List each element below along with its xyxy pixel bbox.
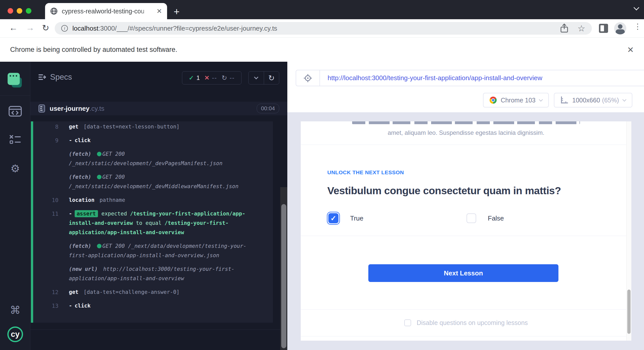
quiz-option-true[interactable]: ✓True — [327, 213, 467, 223]
command-row[interactable]: 10locationpathname — [69, 195, 265, 205]
sidebar-settings-gear-icon[interactable]: ⚙ — [0, 162, 30, 175]
command-line-number: 10 — [33, 195, 58, 205]
aut-url-bar[interactable]: http://localhost:3000/testing-your-first… — [296, 70, 644, 86]
command-line-number: 8 — [33, 122, 58, 132]
window-minimize-button[interactable] — [17, 8, 22, 14]
quiz-option-false[interactable]: False — [467, 213, 606, 223]
tab-favicon-globe-icon — [50, 7, 58, 15]
share-icon[interactable] — [560, 24, 569, 33]
bookmark-star-icon[interactable]: ☆ — [578, 23, 585, 33]
lesson-paragraph-section: amet, aliquam leo. Suspendisse egestas l… — [301, 121, 631, 145]
forward-button[interactable]: → — [26, 23, 34, 33]
sidebar-specs-icon[interactable] — [0, 106, 30, 117]
passed-count: 1 — [196, 74, 200, 81]
cypress-app: ⚙ ⌘ cy Specs ✓ 1 ✕ -- ↻ -- ↻ user-journ — [0, 62, 644, 350]
command-row[interactable]: (new url)http://localhost:3000/testing-y… — [69, 265, 265, 283]
reporter-scrollbar[interactable] — [280, 187, 287, 350]
collapse-chevron-icon[interactable] — [249, 72, 264, 84]
cypress-cy-logo[interactable]: cy — [7, 326, 23, 342]
command-rows[interactable]: 8get[data-test=next-lesson-button]9-clic… — [31, 121, 273, 323]
command-line-number: 9 — [33, 136, 58, 145]
failed-x-icon: ✕ — [204, 74, 209, 81]
aut-url-text[interactable]: http://localhost:3000/testing-your-first… — [328, 74, 542, 82]
command-text-mint: expected — [102, 211, 127, 217]
window-close-button[interactable] — [8, 8, 13, 14]
viewport-chevron-icon — [622, 97, 627, 101]
specs-list-icon[interactable] — [38, 74, 46, 80]
tab-strip: cypress-realworld-testing-cou ✕ + — [0, 0, 644, 19]
address-bar[interactable]: i localhost:3000/___/#/specs/runner?file… — [55, 22, 592, 35]
quiz-eyebrow: UNLOCK THE NEXT LESSON — [327, 169, 404, 176]
profile-avatar[interactable] — [614, 22, 626, 34]
action-section: Next Lesson — [301, 236, 631, 310]
option-label: False — [488, 214, 504, 222]
quiz-options: ✓TrueFalse — [327, 211, 606, 225]
option-checkbox-checked[interactable]: ✓ — [328, 213, 338, 223]
command-text-cmd: get — [69, 124, 78, 130]
command-row[interactable]: (fetch)GET 200 /_next/static/development… — [69, 172, 265, 191]
infobar-text: Chrome is being controlled by automated … — [10, 46, 177, 54]
footer-section: Disable questions on upcoming lessons — [301, 310, 631, 336]
disable-questions-label[interactable]: Disable questions on upcoming lessons — [417, 319, 528, 326]
address-url: localhost:3000/___/#/specs/runner?file=c… — [72, 25, 277, 32]
command-row[interactable]: 11-assertexpected/testing-your-first-app… — [69, 209, 265, 237]
infobar-close-icon[interactable]: ✕ — [627, 45, 634, 55]
sidebar-runs-icon[interactable] — [0, 135, 30, 144]
command-row[interactable]: (fetch)GET 200 /_next/static/development… — [69, 149, 265, 168]
sidebar-keyboard-shortcuts-icon[interactable]: ⌘ — [0, 304, 30, 316]
viewport-info[interactable]: 1000x660 (65%) — [554, 93, 632, 107]
pending-count: -- — [230, 74, 235, 81]
rerun-tests-icon[interactable]: ↻ — [264, 72, 279, 84]
option-checkbox-unchecked[interactable] — [467, 213, 476, 223]
aut-controls: Chrome 103 1000x660 (65%) — [483, 93, 632, 107]
disable-questions-checkbox[interactable] — [404, 319, 411, 326]
aut-page-scrollbar-thumb[interactable] — [627, 290, 631, 334]
viewport-size: 1000x660 — [572, 97, 600, 104]
cypress-sidebar: ⚙ ⌘ cy — [0, 62, 30, 350]
sidebar-divider — [0, 95, 30, 96]
automation-infobar: Chrome is being controlled by automated … — [0, 37, 644, 62]
command-text-arg: [data-test=next-lesson-button] — [84, 124, 179, 130]
panel-divider — [30, 330, 287, 330]
selector-playground-icon[interactable] — [296, 70, 320, 86]
command-row[interactable]: 12get[data-test=challenge-answer-0] — [69, 288, 265, 297]
command-row[interactable]: 13-click — [69, 301, 265, 311]
browser-tab[interactable]: cypress-realworld-testing-cou ✕ — [45, 3, 167, 19]
aut-panel: http://localhost:3000/testing-your-first… — [287, 62, 644, 350]
tab-search-chevron-icon[interactable] — [634, 5, 639, 11]
aut-page-scrollbar[interactable] — [626, 121, 631, 341]
cypress-app-logo-front[interactable] — [8, 73, 20, 85]
failed-count: -- — [212, 74, 217, 81]
aut-page: amet, aliquam leo. Suspendisse egestas l… — [301, 121, 631, 341]
run-controls: ↻ — [248, 71, 279, 84]
new-tab-button[interactable]: + — [174, 7, 179, 17]
specs-title: Specs — [50, 73, 72, 82]
next-lesson-button[interactable]: Next Lesson — [368, 264, 558, 282]
back-button[interactable]: ← — [9, 23, 18, 33]
pending-refresh-icon: ↻ — [222, 74, 227, 82]
command-text-cmd: get — [69, 289, 78, 295]
reporter-scrollbar-thumb[interactable] — [281, 204, 286, 348]
browser-menu-icon[interactable]: ⋮ — [634, 23, 639, 30]
command-text-logt: GET 200 /_next/static/development/_devPa… — [69, 151, 223, 166]
page-info-icon[interactable]: i — [61, 25, 68, 32]
viewport-ruler-icon — [560, 96, 568, 104]
spec-file-row[interactable]: user-journey .cy.ts 00:04 — [30, 102, 287, 115]
command-row[interactable]: (fetch)GET 200 /_next/data/development/t… — [69, 242, 265, 260]
side-panel-icon[interactable] — [599, 24, 608, 33]
command-row[interactable]: 8get[data-test=next-lesson-button] — [69, 122, 265, 132]
command-text-cmd: click — [75, 303, 91, 309]
spec-file-ext: .cy.ts — [90, 105, 105, 113]
chrome-browser-icon — [490, 97, 497, 104]
command-text-dash: - — [69, 211, 72, 217]
command-text-arg: pathname — [99, 197, 125, 203]
command-text-cmd: click — [75, 137, 91, 143]
command-line-number: 12 — [33, 288, 58, 297]
browser-toolbar: ← → ↻ i localhost:3000/___/#/specs/runne… — [0, 19, 644, 37]
spec-file-icon — [38, 104, 45, 113]
reload-button[interactable]: ↻ — [42, 23, 49, 33]
tab-close-icon[interactable]: ✕ — [156, 8, 162, 14]
command-row[interactable]: 9-click — [69, 136, 265, 145]
browser-select[interactable]: Chrome 103 — [483, 93, 549, 107]
window-maximize-button[interactable] — [26, 8, 31, 14]
